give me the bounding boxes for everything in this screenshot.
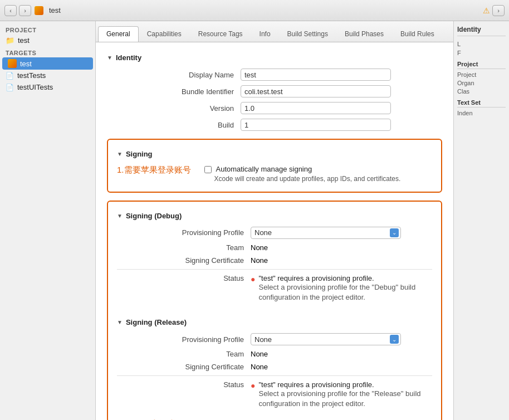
sidebar-project-label: test bbox=[18, 36, 30, 45]
tab-build-phases[interactable]: Build Phases bbox=[336, 26, 392, 42]
signing-release-header: ▼ Signing (Release) bbox=[117, 318, 432, 326]
release-status-label: Status bbox=[117, 380, 251, 389]
auto-manage-desc: Xcode will create and update profiles, a… bbox=[214, 174, 401, 184]
release-cert-row: Signing Certificate None bbox=[117, 363, 432, 371]
right-panel-label1: L bbox=[457, 41, 506, 47]
right-panel-text-section: Text Set bbox=[457, 99, 506, 108]
signing-release-triangle[interactable]: ▼ bbox=[117, 319, 123, 325]
debug-status-content: ● "test" requires a provisioning profile… bbox=[251, 274, 432, 302]
build-row: Build bbox=[107, 119, 442, 131]
version-input[interactable] bbox=[241, 102, 391, 114]
sidebar-target-testUITests-label: testUITests bbox=[17, 83, 53, 91]
signing-title: Signing bbox=[126, 150, 153, 158]
testUITests-icon: 📄 bbox=[6, 84, 14, 91]
display-name-input[interactable] bbox=[241, 69, 391, 81]
forward-button[interactable]: › bbox=[19, 5, 31, 16]
warning-icon: ⚠ bbox=[483, 6, 490, 15]
release-provisioning-select[interactable]: None bbox=[251, 333, 401, 345]
sidebar-item-test[interactable]: test bbox=[2, 57, 93, 70]
display-name-label: Display Name bbox=[107, 71, 241, 79]
signing-debug-section: ▼ Signing (Debug) Provisioning Profile N… bbox=[107, 201, 442, 420]
right-panel-project-section: Project bbox=[457, 61, 506, 69]
targets-section-label: TARGETS bbox=[0, 46, 95, 57]
tab-capabilities[interactable]: Capabilities bbox=[139, 26, 190, 42]
auto-manage-checkbox[interactable] bbox=[204, 166, 212, 173]
debug-provisioning-label: Provisioning Profile bbox=[117, 228, 251, 237]
signing-release-title: Signing (Release) bbox=[126, 318, 187, 326]
project-section-label: PROJECT bbox=[0, 23, 95, 35]
auto-manage-label: Automatically manage signing bbox=[216, 165, 312, 173]
identity-section-header: ▼ Identity bbox=[107, 53, 442, 62]
right-panel-project-sub3: Clas bbox=[457, 88, 506, 95]
project-icon bbox=[35, 6, 43, 15]
signing-section: ▼ Signing 1.需要苹果登录账号 Automatically manag… bbox=[107, 139, 442, 193]
titlebar-title: test bbox=[49, 6, 61, 14]
debug-status-row: Status ● "test" requires a provisioning … bbox=[117, 274, 432, 302]
release-team-row: Team None bbox=[117, 350, 432, 358]
debug-cert-label: Signing Certificate bbox=[117, 256, 251, 265]
debug-cert-row: Signing Certificate None bbox=[117, 256, 432, 265]
tab-resource-tags[interactable]: Resource Tags bbox=[190, 26, 251, 42]
main-content: ▼ Identity Display Name Bundle Identifie… bbox=[96, 42, 453, 420]
chevron-left-icon: ‹ bbox=[9, 7, 12, 14]
signing-release-subsection: ▼ Signing (Release) Provisioning Profile… bbox=[117, 318, 432, 409]
build-label: Build bbox=[107, 121, 241, 129]
sidebar-item-project[interactable]: 📁 test bbox=[0, 35, 95, 46]
right-panel-title: Identity bbox=[457, 26, 506, 36]
release-team-label: Team bbox=[117, 350, 251, 358]
release-cert-value: None bbox=[251, 363, 268, 371]
release-team-value: None bbox=[251, 350, 268, 358]
bundle-id-row: Bundle Identifier bbox=[107, 85, 442, 97]
right-panel-label2: F bbox=[457, 50, 506, 56]
debug-status-error-icon: ● bbox=[251, 275, 255, 284]
release-provisioning-row: Provisioning Profile None ⌄ bbox=[117, 333, 432, 345]
right-panel-text-sub1: Inden bbox=[457, 110, 506, 116]
back-button[interactable]: ‹ bbox=[4, 5, 17, 16]
tab-general[interactable]: General bbox=[98, 26, 139, 42]
signing-debug-triangle[interactable]: ▼ bbox=[117, 213, 123, 219]
expand-button[interactable]: › bbox=[492, 5, 505, 16]
debug-cert-value: None bbox=[251, 256, 268, 265]
debug-provisioning-select[interactable]: None bbox=[251, 227, 401, 239]
testTests-icon: 📄 bbox=[6, 72, 14, 80]
sidebar-item-testUITests[interactable]: 📄 testUITests bbox=[0, 81, 95, 93]
signing-debug-header: ▼ Signing (Debug) bbox=[117, 212, 432, 220]
tab-build-rules[interactable]: Build Rules bbox=[392, 26, 443, 42]
titlebar-right: ⚠ › bbox=[483, 5, 505, 16]
auto-sign-container: Automatically manage signing Xcode will … bbox=[204, 165, 401, 184]
bundle-id-label: Bundle Identifier bbox=[107, 87, 241, 96]
target-icon bbox=[8, 59, 17, 68]
auto-manage-row: Automatically manage signing bbox=[204, 165, 401, 173]
chevron-right-icon: › bbox=[24, 7, 26, 14]
release-provisioning-select-wrapper: None ⌄ bbox=[251, 333, 401, 345]
debug-provisioning-row: Provisioning Profile None ⌄ bbox=[117, 227, 432, 239]
sidebar-item-testTests[interactable]: 📄 testTests bbox=[0, 70, 95, 81]
identity-triangle[interactable]: ▼ bbox=[107, 55, 112, 61]
release-cert-label: Signing Certificate bbox=[117, 363, 251, 371]
titlebar: ‹ › test ⚠ › bbox=[0, 0, 509, 21]
sidebar-target-testTests-label: testTests bbox=[17, 71, 46, 80]
signing-note: 1.需要苹果登录账号 bbox=[117, 165, 191, 175]
right-panel-project-sub1: Project bbox=[457, 71, 506, 78]
debug-team-value: None bbox=[251, 243, 268, 252]
project-icon: 📁 bbox=[6, 36, 14, 45]
version-label: Version bbox=[107, 104, 241, 113]
debug-status-label: Status bbox=[117, 274, 251, 282]
identity-title: Identity bbox=[116, 53, 141, 62]
signing-section-header: ▼ Signing bbox=[117, 150, 432, 158]
version-row: Version bbox=[107, 102, 442, 114]
tab-build-settings[interactable]: Build Settings bbox=[279, 26, 336, 42]
signing-triangle[interactable]: ▼ bbox=[117, 151, 123, 157]
build-input[interactable] bbox=[241, 119, 391, 131]
release-status-content: ● "test" requires a provisioning profile… bbox=[251, 380, 432, 409]
release-status-row: Status ● "test" requires a provisioning … bbox=[117, 380, 432, 409]
bundle-id-input[interactable] bbox=[241, 85, 391, 97]
tab-info[interactable]: Info bbox=[251, 26, 279, 42]
signing-debug-title: Signing (Debug) bbox=[126, 212, 182, 220]
right-panel-project-sub2: Organ bbox=[457, 80, 506, 86]
sidebar-target-test-label: test bbox=[20, 60, 32, 68]
sidebar: PROJECT 📁 test TARGETS test 📄 testTests … bbox=[0, 21, 96, 420]
release-status-error-icon: ● bbox=[251, 381, 255, 390]
debug-provisioning-select-wrapper: None ⌄ bbox=[251, 227, 401, 239]
display-name-row: Display Name bbox=[107, 69, 442, 81]
